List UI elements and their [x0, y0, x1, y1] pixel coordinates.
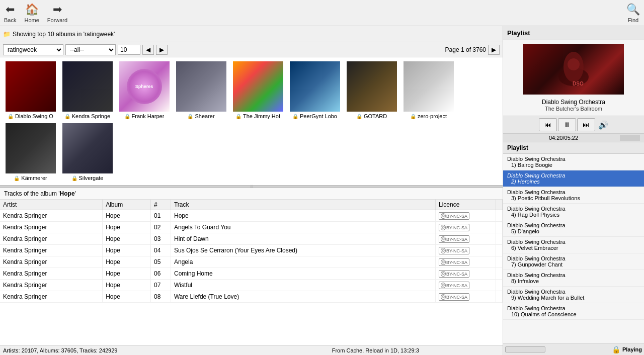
all-select[interactable]: --all-- [65, 44, 116, 55]
filter-bar: ratingweek --all-- ◀ ▶ Page 1 of 3760 ▶ [0, 42, 503, 57]
cell-licence: © BY-NC-SA [436, 222, 496, 233]
album-card-8[interactable]: 🔒 zero-project [402, 61, 455, 119]
album-card-2[interactable]: 🔒 Kendra Springe [61, 61, 114, 119]
cc-badge: © BY-NC-SA [439, 282, 469, 289]
back-button[interactable]: ⬅ Back [4, 3, 16, 23]
playlist-item[interactable]: Diablo Swing Orchestra 5) D'angelo [503, 220, 644, 237]
table-row[interactable]: Kendra Springer Hope 07 Wistful © BY-NC-… [0, 280, 503, 291]
table-row[interactable]: Kendra Springer Hope 05 Angela © BY-NC-S… [0, 256, 503, 268]
playlist-item-track: 6) Velvet Embracer [507, 245, 640, 251]
album-name-2: Kendra Springe [72, 113, 110, 119]
main-layout: 📁 Showing top 10 albums in 'ratingweek' … [0, 26, 644, 355]
table-row[interactable]: Kendra Springer Hope 06 Coming Home © BY… [0, 268, 503, 280]
home-label: Home [24, 17, 39, 23]
cc-badge: © BY-NC-SA [439, 235, 469, 243]
album-card-1[interactable]: 🔒 Diablo Swing O [4, 61, 57, 119]
cell-track: Wistful [171, 280, 435, 291]
time-scrollbar[interactable] [620, 135, 640, 141]
playlist-item[interactable]: Diablo Swing Orchestra 9) Wedding March … [503, 287, 644, 303]
lock-icon-5: 🔒 [235, 114, 242, 119]
lock-icon-8: 🔒 [410, 114, 416, 119]
filter-select[interactable]: ratingweek [3, 44, 63, 55]
playlist-header-label: Playlist [503, 26, 644, 40]
prev-track-button[interactable]: ⏮ [539, 118, 557, 131]
next-page-button[interactable]: ▶ [156, 45, 168, 55]
home-button[interactable]: 🏠 Home [24, 3, 39, 23]
lock-playlist-icon[interactable]: 🔒 [612, 345, 620, 353]
tracks-table-wrapper[interactable]: Artist Album # Track Licence Kendra Spri… [0, 200, 503, 345]
cell-licence: © BY-NC-SA [436, 268, 496, 280]
table-row[interactable]: Kendra Springer Hope 03 Hint of Dawn © B… [0, 233, 503, 245]
top-bar: 📁 Showing top 10 albums in 'ratingweek' [0, 26, 503, 42]
num-input[interactable] [118, 45, 140, 55]
album-card-3[interactable]: Spheres 🔒 Frank Harper [118, 61, 171, 119]
cell-track: Hope [171, 210, 435, 222]
now-playing-art-inner: DSO [523, 44, 624, 95]
find-button[interactable]: 🔍 Find [626, 3, 640, 23]
cell-licence: © BY-NC-SA [436, 233, 496, 245]
forward-label: Forward [47, 17, 67, 23]
cc-badge: © BY-NC-SA [439, 293, 469, 301]
volume-icon[interactable]: 🔊 [598, 120, 608, 130]
playlist-footer: 🔒 Playing [503, 343, 644, 355]
album-card-4[interactable]: 🔒 Shearer [175, 61, 227, 119]
playlist-item[interactable]: Diablo Swing Orchestra 3) Poetic Pitbull… [503, 187, 644, 204]
cell-artist: Kendra Springer [0, 210, 103, 222]
forward-button[interactable]: ➡ Forward [47, 3, 67, 23]
playlist-item[interactable]: Diablo Swing Orchestra 7) Gunpowder Chan… [503, 253, 644, 270]
col-track: Track [171, 200, 435, 210]
playlist-item[interactable]: Diablo Swing Orchestra 6) Velvet Embrace… [503, 237, 644, 253]
showing-text: Showing top 10 albums in 'ratingweek' [13, 31, 115, 38]
svg-text:DSO: DSO [573, 81, 584, 86]
playlist-item-artist: Diablo Swing Orchestra [507, 222, 640, 228]
tracks-album-bold: Hope [60, 190, 75, 197]
album-label-4: 🔒 Shearer [187, 113, 214, 119]
cell-spacer [496, 268, 503, 280]
col-licence: Licence [436, 200, 496, 210]
cell-spacer [496, 280, 503, 291]
playlist-item[interactable]: Diablo Swing Orchestra 8) Infralove [503, 270, 644, 287]
playlist-item[interactable]: Diablo Swing Orchestra 2) Heroines [503, 170, 644, 187]
album-thumb-9 [6, 123, 56, 173]
prev-page-button[interactable]: ◀ [142, 45, 154, 55]
cc-badge: © BY-NC-SA [439, 224, 469, 231]
album-card-6[interactable]: 🔒 PeerGynt Lobo [288, 61, 341, 119]
pause-button[interactable]: ⏸ [558, 118, 576, 131]
table-row[interactable]: Kendra Springer Hope 04 Sus Ojos Se Cerr… [0, 245, 503, 256]
cell-track: Angela [171, 256, 435, 268]
playlist-item[interactable]: Diablo Swing Orchestra 10) Qualms of Con… [503, 303, 644, 320]
playlist-scrollbar[interactable] [505, 346, 545, 352]
playlist-item-track: 3) Poetic Pitbull Revolutions [507, 195, 640, 201]
album-name-6: PeerGynt Lobo [300, 113, 337, 119]
cell-spacer [496, 245, 503, 256]
table-row[interactable]: Kendra Springer Hope 01 Hope © BY-NC-SA [0, 210, 503, 222]
album-name-3: Frank Harper [132, 113, 165, 119]
go-next-button[interactable]: ▶ [488, 45, 500, 55]
playlist-item[interactable]: Diablo Swing Orchestra 1) Balrog Boogie [503, 154, 644, 170]
album-card-10[interactable]: 🔒 Silvergate [61, 123, 114, 181]
cell-album: Hope [103, 291, 151, 303]
cell-spacer [496, 291, 503, 303]
table-row[interactable]: Kendra Springer Hope 02 Angels To Guard … [0, 222, 503, 233]
player-controls: ⏮ ⏸ ⏭ 🔊 [503, 116, 644, 134]
cell-licence: © BY-NC-SA [436, 256, 496, 268]
album-name-10: Silvergate [79, 175, 104, 181]
album-card-7[interactable]: 🔒 GOTARD [345, 61, 398, 119]
page-info: Page 1 of 3760 ▶ [445, 45, 500, 55]
cell-album: Hope [103, 245, 151, 256]
folder-icon: 📁 [3, 31, 11, 38]
playlist-item[interactable]: Diablo Swing Orchestra 4) Rag Doll Physi… [503, 204, 644, 220]
now-playing-art: DSO [523, 44, 624, 95]
col-spacer [496, 200, 503, 210]
album-card-9[interactable]: 🔒 Kämmerer [4, 123, 57, 181]
playlist-item-track: 7) Gunpowder Chant [507, 261, 640, 268]
cell-spacer [496, 210, 503, 222]
table-row[interactable]: Kendra Springer Hope 08 Ware Liefde (Tru… [0, 291, 503, 303]
svg-point-2 [568, 58, 580, 70]
album-card-5[interactable]: 🔒 The Jimmy Hof [231, 61, 284, 119]
next-track-button[interactable]: ⏭ [577, 118, 595, 131]
lock-icon-10: 🔒 [71, 175, 77, 181]
album-name-9: Kämmerer [21, 175, 47, 181]
playlist-item-artist: Diablo Swing Orchestra [507, 206, 640, 212]
cell-track: Sus Ojos Se Cerraron (Your Eyes Are Clos… [171, 245, 435, 256]
